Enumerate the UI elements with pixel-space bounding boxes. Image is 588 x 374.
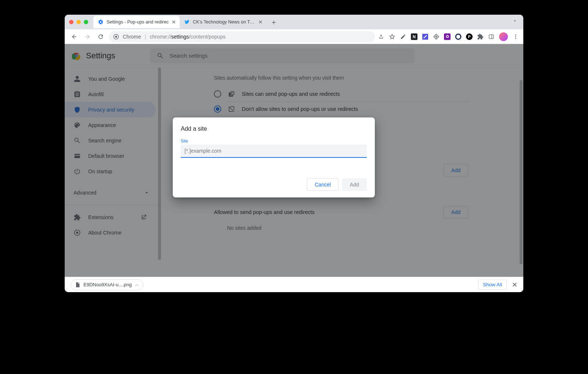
browser-window: Settings - Pop-ups and redirec ✕ CK's Te… — [65, 15, 523, 292]
extensions-puzzle-icon[interactable] — [477, 33, 484, 40]
forward-button[interactable] — [82, 32, 93, 42]
ext-diamond-icon[interactable] — [433, 33, 440, 40]
add-site-dialog: Add a site Site Cancel Add — [173, 117, 375, 197]
tab-strip: Settings - Pop-ups and redirec ✕ CK's Te… — [65, 15, 523, 29]
side-panel-icon[interactable] — [488, 33, 495, 40]
close-shelf-icon[interactable]: ✕ — [512, 281, 517, 289]
zoom-window-button[interactable] — [84, 20, 88, 24]
minimize-window-button[interactable] — [76, 20, 81, 24]
ext-p-icon[interactable]: P — [466, 33, 473, 40]
window-controls — [69, 20, 88, 24]
tab-twitter[interactable]: CK's Technology News on Twit ✕ — [180, 16, 266, 28]
ext-slash-icon[interactable] — [422, 33, 429, 40]
svg-rect-4 — [489, 35, 494, 39]
close-tab-icon[interactable]: ✕ — [172, 19, 176, 25]
edit-icon[interactable] — [400, 33, 406, 40]
star-icon[interactable] — [389, 33, 395, 40]
profile-avatar[interactable] — [499, 32, 508, 41]
url-chip: Chrome — [123, 34, 141, 40]
twitter-icon — [184, 19, 190, 25]
svg-point-3 — [456, 34, 461, 39]
toolbar: Chrome | chrome://settings/content/popup… — [65, 29, 523, 44]
show-all-downloads-button[interactable]: Show All — [478, 280, 507, 290]
svg-point-1 — [115, 36, 117, 37]
svg-point-6 — [515, 35, 516, 36]
address-bar[interactable]: Chrome | chrome://settings/content/popup… — [109, 31, 375, 42]
site-input[interactable] — [181, 145, 367, 158]
tab-settings[interactable]: Settings - Pop-ups and redirec ✕ — [93, 16, 180, 28]
downloads-shelf: E9DNoo9XsAI-u....png ︿ Show All ✕ — [65, 277, 523, 292]
svg-point-7 — [515, 36, 516, 37]
tab-title: CK's Technology News on Twit — [193, 19, 255, 25]
cancel-button[interactable]: Cancel — [307, 178, 338, 191]
download-filename: E9DNoo9XsAI-u....png — [83, 282, 132, 287]
ext-purple-icon[interactable]: ✿ — [444, 33, 451, 40]
gear-icon — [98, 19, 104, 25]
kebab-menu-icon[interactable] — [512, 33, 519, 40]
svg-point-8 — [515, 38, 516, 39]
share-icon[interactable] — [378, 33, 384, 40]
download-item[interactable]: E9DNoo9XsAI-u....png ︿ — [71, 279, 143, 290]
viewport: Settings Search settings You and Google … — [65, 44, 523, 277]
new-tab-button[interactable]: ＋ — [269, 17, 279, 27]
chrome-favicon-icon — [113, 34, 119, 40]
url-text: chrome://settings/content/popups — [150, 34, 225, 40]
close-window-button[interactable] — [69, 20, 74, 24]
tabs-dropdown-icon[interactable] — [512, 18, 517, 23]
ext-circle-icon[interactable] — [455, 33, 462, 40]
dialog-title: Add a site — [181, 126, 367, 132]
back-button[interactable] — [69, 32, 79, 42]
dialog-field-label: Site — [181, 139, 367, 143]
close-tab-icon[interactable]: ✕ — [258, 19, 263, 25]
file-icon — [75, 282, 80, 288]
tab-title: Settings - Pop-ups and redirec — [107, 19, 169, 25]
reload-button[interactable] — [96, 32, 106, 42]
chevron-up-icon[interactable]: ︿ — [135, 282, 139, 288]
add-button[interactable]: Add — [342, 178, 367, 191]
ext-n-icon[interactable]: N — [411, 33, 417, 40]
extension-icons: N ✿ P — [378, 32, 519, 41]
